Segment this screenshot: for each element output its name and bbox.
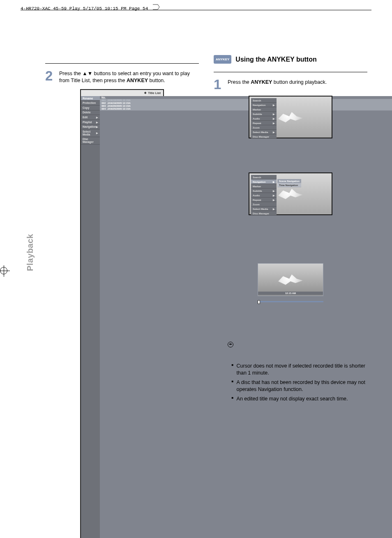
menu-select-media: Select Media▶	[251, 130, 277, 134]
note-item: An edited title may not display exact se…	[232, 395, 367, 402]
step-number: 2	[45, 69, 55, 82]
menu-navigation: Navigation▶	[251, 103, 277, 107]
anykey-badge: ANYKEY	[214, 55, 231, 64]
separator	[45, 63, 199, 64]
print-header-text: 4-HR720-XAC_45-59_Play 5/17/05 10:15 PM …	[21, 6, 148, 11]
osd-left-menu: Rename Protection Copy Delete Edit▶ Play…	[81, 96, 100, 538]
step-text: Press the ANYKEY button during playback.	[228, 78, 327, 86]
menu-select-media: Select Media▶	[81, 129, 100, 137]
section-tab-playback: Playback	[25, 234, 35, 271]
osd-title-list: ◆Title List Rename Protection Copy Delet…	[80, 89, 164, 538]
menu-playlist: Playlist▶	[81, 120, 100, 125]
menu-marker: Marker	[251, 107, 277, 112]
left-column: 2 Press the ▲▼ buttons to select an entr…	[45, 55, 199, 538]
note-item: A disc that has not been recorded by thi…	[232, 379, 367, 393]
menu-rename: Rename	[81, 96, 100, 101]
submenu: Scene Navigation Time Navigation	[277, 179, 301, 187]
osd-anykey-navigation: Search Navigation▶ Marker Subtitle▶ Audi…	[249, 172, 332, 215]
menu-edit: Edit▶	[81, 115, 100, 120]
osd-page-indicator: 1/1 page	[100, 110, 392, 538]
registration-mark-left	[0, 265, 10, 277]
step-2: 2 Press the ▲▼ buttons to select an entr…	[45, 69, 199, 84]
menu-copy: Copy	[81, 106, 100, 110]
step-number: 1	[214, 78, 224, 91]
menu-audio: Audio▶	[251, 116, 277, 121]
menu-zoom: Zoom	[251, 125, 277, 130]
separator	[214, 72, 367, 72]
submenu-scene-nav: Scene Navigation	[277, 179, 301, 183]
top-rule	[21, 10, 371, 10]
menu-disc-manager: Disc Manager	[81, 137, 100, 145]
section-title: Using the ANYKEY button	[235, 56, 316, 63]
osd-title: Title List	[148, 91, 161, 95]
note-block: ✎ NOTE Cursor does not move if selected …	[214, 363, 367, 405]
diamond-icon: ◆	[144, 91, 146, 94]
note-item: Cursor does not move if selected recorde…	[232, 363, 367, 377]
step-text: Press the ▲▼ buttons to select an entry …	[59, 69, 199, 84]
menu-search: Search	[251, 98, 277, 103]
menu-disc-manager: Disc Manager	[251, 134, 277, 139]
menu-protection: Protection	[81, 101, 100, 106]
menu-subtitle: Subtitle▶	[251, 112, 277, 116]
submenu-time-nav: Time Navigation	[277, 183, 301, 187]
osd-anykey-playback: Search Navigation▶ Marker Subtitle▶ Audi…	[249, 96, 332, 138]
notes-list: Cursor does not move if selected recorde…	[227, 363, 367, 405]
menu-repeat: Repeat▶	[251, 121, 277, 125]
menu-delete: Delete	[81, 110, 100, 115]
page-fold-icon	[152, 4, 160, 10]
menu-navigation: Navigation▶	[81, 124, 100, 129]
step-1-right: 1 Press the ANYKEY button during playbac…	[214, 78, 367, 91]
